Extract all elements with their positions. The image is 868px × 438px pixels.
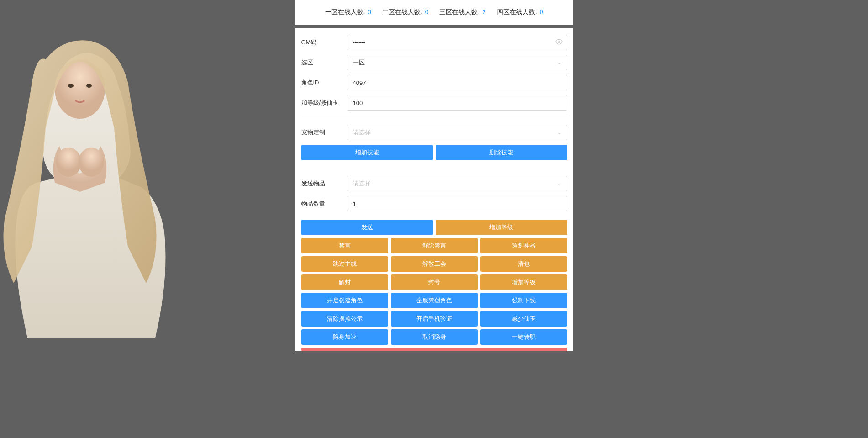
level-label: 加等级/减仙玉 <box>301 99 347 107</box>
one-key-transfer-button[interactable]: 一键转职 <box>480 329 567 345</box>
online-count-header: 一区在线人数: 0 二区在线人数: 0 三区在线人数: 2 四区在线人数: 0 <box>295 0 573 28</box>
chevron-down-icon: ⌄ <box>558 130 561 135</box>
send-item-label: 发送物品 <box>301 179 347 188</box>
svg-point-0 <box>55 59 105 119</box>
svg-point-5 <box>558 41 560 43</box>
svg-point-1 <box>68 84 74 88</box>
send-button[interactable]: 发送 <box>301 220 433 235</box>
svg-point-2 <box>86 84 92 88</box>
zone-select[interactable]: 一区 ⌄ <box>347 55 567 70</box>
chevron-down-icon: ⌄ <box>558 60 561 65</box>
clear-stall-button[interactable]: 清除摆摊公示 <box>301 311 388 327</box>
delete-skill-button[interactable]: 删除技能 <box>436 145 567 160</box>
zone-1-count: 一区在线人数: 0 <box>325 8 372 16</box>
planner-artifact-button[interactable]: 策划神器 <box>480 238 567 253</box>
zone-select-label: 选区 <box>301 58 347 67</box>
gm-code-input[interactable] <box>347 35 567 50</box>
divider <box>301 116 567 116</box>
pet-custom-select[interactable]: 请选择 ⌄ <box>347 125 567 140</box>
cancel-stealth-button[interactable]: 取消隐身 <box>391 329 478 345</box>
zone-4-count: 四区在线人数: 0 <box>497 8 543 16</box>
background-character-image <box>0 27 169 356</box>
force-offline-button[interactable]: 强制下线 <box>480 293 567 308</box>
skip-main-button[interactable]: 跳过主线 <box>301 256 388 272</box>
item-qty-input[interactable] <box>347 196 567 211</box>
pet-custom-label: 宠物定制 <box>301 128 347 137</box>
eye-icon[interactable] <box>555 38 563 47</box>
mute-button[interactable]: 禁言 <box>301 238 388 253</box>
zone-3-count: 三区在线人数: 2 <box>439 8 486 16</box>
unmute-button[interactable]: 解除禁言 <box>391 238 478 253</box>
add-skill-button[interactable]: 增加技能 <box>301 145 433 160</box>
admin-panel: 一区在线人数: 0 二区在线人数: 0 三区在线人数: 2 四区在线人数: 0 … <box>295 0 573 351</box>
enable-create-button[interactable]: 开启创建角色 <box>301 293 388 308</box>
send-item-select[interactable]: 请选择 ⌄ <box>347 176 567 191</box>
chevron-down-icon: ⌄ <box>558 181 561 186</box>
ban-button[interactable]: 封号 <box>391 274 478 290</box>
add-level2-button[interactable]: 增加等级 <box>480 274 567 290</box>
add-level-button[interactable]: 增加等级 <box>436 220 567 235</box>
clear-bag-button[interactable]: 清包 <box>480 256 567 272</box>
role-id-input[interactable] <box>347 75 567 90</box>
item-qty-label: 物品数量 <box>301 200 347 208</box>
svg-point-4 <box>79 148 104 177</box>
partial-red-button[interactable] <box>301 348 567 351</box>
unban-button[interactable]: 解封 <box>301 274 388 290</box>
svg-point-3 <box>56 148 81 177</box>
stealth-speed-button[interactable]: 隐身加速 <box>301 329 388 345</box>
level-input[interactable] <box>347 95 567 111</box>
gm-code-label: GM码 <box>301 38 347 47</box>
disable-create-button[interactable]: 全服禁创角色 <box>391 293 478 308</box>
zone-2-count: 二区在线人数: 0 <box>382 8 429 16</box>
reduce-jade-button[interactable]: 减少仙玉 <box>480 311 567 327</box>
enable-phone-button[interactable]: 开启手机验证 <box>391 311 478 327</box>
dissolve-guild-button[interactable]: 解散工会 <box>391 256 478 272</box>
role-id-label: 角色ID <box>301 79 347 87</box>
